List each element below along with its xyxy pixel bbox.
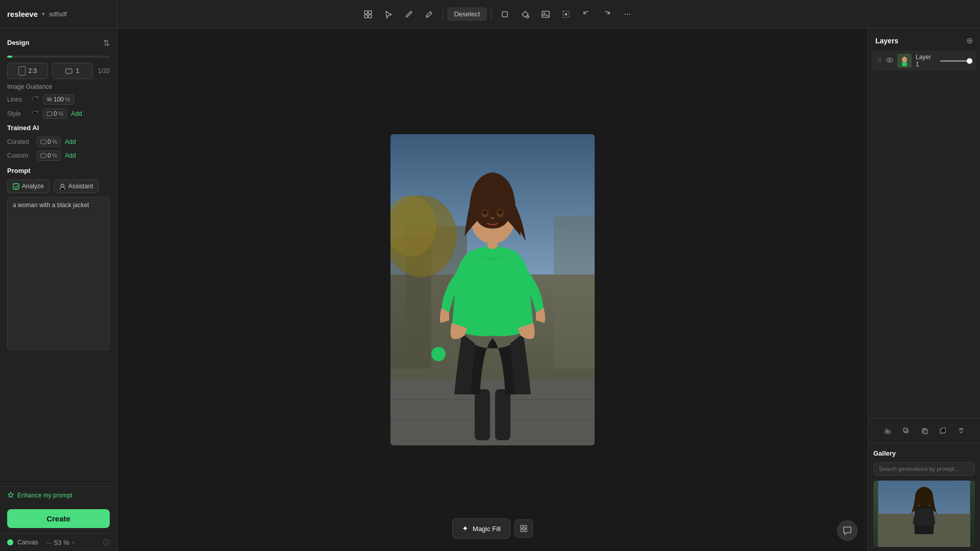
app-name: resleeve [7, 10, 38, 18]
left-panel-body: Image Guidance Lines 100 % Style [0, 83, 117, 486]
select-tool-button[interactable] [379, 5, 398, 23]
svg-point-5 [527, 16, 529, 18]
style-add-link[interactable]: Add [71, 110, 82, 117]
zoom-unit: % [63, 539, 69, 546]
more-options-button[interactable]: ··· [618, 5, 636, 23]
prompt-section: Prompt Analyze Assistant a woman with a … [7, 167, 110, 352]
svg-rect-6 [542, 11, 549, 17]
style-icon [46, 111, 53, 117]
layer-drag-icon: ⠿ [877, 57, 882, 64]
image-guidance-label: Image Guidance [7, 83, 110, 90]
layer-opacity-fill [940, 60, 968, 62]
design-toggle-icon[interactable]: ⇅ [103, 38, 110, 48]
layer-actions [868, 418, 980, 443]
send-back-icon [902, 427, 910, 434]
pen-tool-button[interactable] [400, 5, 418, 23]
deselect-button[interactable]: Deselect [447, 7, 487, 21]
enhance-icon [7, 492, 14, 499]
layer-delete-button[interactable] [954, 423, 968, 438]
progress-track [7, 56, 110, 58]
svg-point-40 [889, 59, 891, 61]
svg-point-34 [498, 210, 503, 214]
canvas-zoom: — 53 % + [46, 539, 75, 546]
gallery-image-svg [873, 481, 975, 547]
progress-bar-area [0, 56, 117, 63]
zoom-increase-button[interactable]: + [71, 539, 75, 545]
layer-visibility-icon[interactable] [886, 57, 893, 65]
layer-item-1[interactable]: ⠿ Layer 1 [872, 51, 976, 71]
svg-rect-11 [47, 98, 52, 99]
design-header: Design ⇅ [0, 29, 117, 56]
svg-rect-37 [521, 529, 523, 532]
zoom-value: 53 [54, 539, 61, 546]
layer-name: Layer 1 [916, 54, 936, 68]
custom-add-link[interactable]: Add [65, 152, 76, 159]
copy-icon [939, 427, 946, 434]
trained-ai-title: Trained AI [7, 124, 110, 132]
gallery-search-input[interactable] [873, 462, 975, 475]
lines-value: 100 [54, 96, 64, 103]
design-title: Design [7, 39, 29, 46]
canvas-add-button[interactable] [514, 519, 533, 538]
assistant-button[interactable]: Assistant [54, 180, 99, 193]
canvas-bottom-toolbar: ✦ Magic Fill [452, 518, 533, 539]
transform-tool-button[interactable] [557, 5, 575, 23]
gallery-thumbnail[interactable] [873, 481, 975, 547]
crop-tool-button[interactable] [496, 5, 514, 23]
canvas-area: ✦ Magic Fill [117, 29, 868, 551]
app-chevron-icon: ▾ [42, 11, 45, 17]
grid-tool-button[interactable] [359, 5, 377, 23]
layer-opacity-slider[interactable] [940, 60, 971, 62]
analyze-button[interactable]: Analyze [7, 180, 50, 193]
svg-point-33 [482, 210, 487, 214]
curated-add-link[interactable]: Add [65, 138, 76, 145]
magic-fill-button[interactable]: ✦ Magic Fill [452, 518, 510, 539]
style-guidance-row: Style 0 % Add [7, 109, 110, 119]
create-button[interactable]: Create [7, 509, 110, 528]
layer-copy-button[interactable] [936, 423, 950, 438]
lines-guidance-row: Lines 100 % [7, 94, 110, 105]
ratio-2-3-button[interactable]: 2:3 [7, 63, 48, 79]
progress-fill [7, 56, 12, 58]
svg-rect-0 [364, 11, 368, 14]
undo-button[interactable] [577, 5, 596, 23]
custom-icon [40, 153, 46, 159]
svg-rect-14 [47, 112, 52, 116]
svg-rect-3 [369, 15, 372, 18]
page-indicator: 1/20 [93, 67, 110, 74]
gallery-title: Gallery [873, 449, 975, 457]
enhance-button[interactable]: Enhance my prompt [7, 492, 72, 499]
image-tool-button[interactable] [536, 5, 555, 23]
prompt-textarea[interactable]: a woman with a black jacket [7, 197, 110, 350]
layer-back-button[interactable] [899, 423, 913, 438]
layers-add-icon[interactable]: ⊕ [966, 36, 973, 45]
zoom-decrease-button[interactable]: — [46, 539, 52, 545]
layer-cut-button[interactable] [880, 423, 895, 438]
svg-rect-13 [47, 101, 52, 102]
layer-thumbnail [897, 54, 912, 68]
layer-duplicate-button[interactable] [917, 423, 932, 438]
curated-label: Curated [7, 138, 33, 145]
svg-point-18 [61, 184, 64, 187]
plus-icon [520, 524, 528, 533]
refresh-icon [32, 96, 39, 103]
ratio-1-button[interactable]: 1 [52, 63, 93, 79]
curated-icon [40, 139, 46, 145]
info-icon[interactable]: ⓘ [103, 538, 110, 547]
prompt-title: Prompt [7, 167, 110, 174]
gallery-section: Gallery [868, 443, 980, 551]
left-panel: Design ⇅ 2:3 1 1/20 [0, 29, 117, 551]
fill-tool-button[interactable] [516, 5, 534, 23]
custom-label: Custom [7, 152, 33, 159]
top-bar-left: resleeve ▾ sdfsdf [0, 0, 117, 28]
lines-icon [46, 96, 53, 103]
top-bar: resleeve ▾ sdfsdf [0, 0, 980, 29]
canvas-status-dot [7, 539, 13, 545]
canvas-image [390, 134, 595, 445]
portrait-icon [18, 66, 26, 76]
brush-tool-button[interactable] [420, 5, 438, 23]
redo-button[interactable] [598, 5, 616, 23]
chat-icon[interactable] [837, 520, 857, 541]
svg-rect-21 [554, 216, 595, 369]
toolbar-divider [443, 8, 443, 20]
